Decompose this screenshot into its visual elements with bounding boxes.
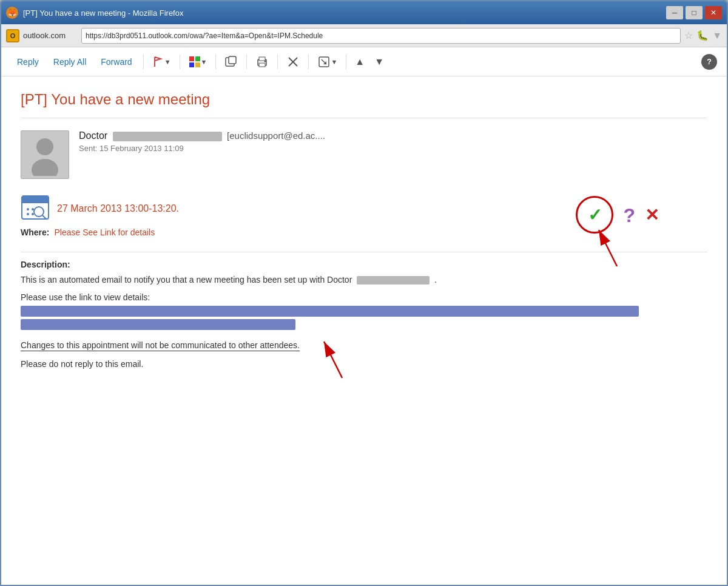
no-reply-text: Please do not reply to this email. [21, 359, 707, 369]
next-button[interactable]: ▼ [371, 54, 388, 70]
forward-button[interactable]: Forward [95, 53, 138, 70]
description-body: This is an automated email to notify you… [21, 273, 707, 286]
maximize-button[interactable]: □ [686, 6, 703, 19]
meeting-details: 27 March 2013 13:00-13:20. Where: Please… [21, 194, 576, 247]
svg-rect-7 [259, 57, 265, 61]
svg-rect-19 [22, 200, 49, 203]
svg-rect-2 [189, 62, 194, 67]
window-controls: ─ □ ✕ [666, 6, 722, 19]
svg-point-9 [265, 60, 266, 62]
svg-point-23 [32, 208, 34, 210]
email-subject: [PT] You have a new meeting [21, 91, 707, 118]
separator-4 [246, 55, 247, 69]
svg-rect-3 [195, 62, 200, 67]
svg-point-22 [27, 208, 29, 210]
separator-6 [308, 55, 309, 69]
email-toolbar: Reply Reply All Forward ▼ ▼ [1, 47, 727, 76]
accept-button[interactable]: ✓ [576, 196, 613, 234]
rsvp-area: ✓ ? ✕ [576, 194, 707, 234]
important-note-area: Changes to this appointment will not be … [21, 340, 707, 351]
where-row: Where: Please See Link for details [21, 227, 576, 237]
delete-button[interactable] [283, 53, 303, 71]
browser-window: 🦊 [PT] You have a new meeting - Mozilla … [0, 0, 728, 586]
svg-point-25 [32, 213, 34, 215]
doctor-name-blur [357, 276, 430, 285]
sender-row: Doctor [euclidsupport@ed.ac.... Sent: 15… [21, 130, 707, 179]
print-button[interactable] [252, 53, 272, 71]
annotation-wrapper: This is an automated email to notify you… [21, 273, 707, 369]
accept-icon: ✓ [588, 205, 602, 225]
separator-2 [180, 55, 180, 69]
link-label: Please use the link to view details: [21, 292, 707, 302]
sender-info: Doctor [euclidsupport@ed.ac.... Sent: 15… [79, 130, 325, 153]
email-area: [PT] You have a new meeting Doctor [eucl… [1, 76, 727, 585]
link-blur-1 [21, 306, 639, 317]
reply-all-button[interactable]: Reply All [47, 53, 92, 70]
sender-name-line: Doctor [euclidsupport@ed.ac.... [79, 130, 325, 141]
nav-arrow: ▼ [712, 30, 722, 41]
open-window-button[interactable] [221, 53, 241, 71]
help-button[interactable]: ? [701, 54, 717, 70]
svg-rect-5 [229, 56, 236, 64]
window-title: [PT] You have a new meeting - Mozilla Fi… [23, 8, 666, 18]
maybe-icon: ? [623, 204, 635, 226]
link-blur-2 [21, 319, 295, 330]
minimize-button[interactable]: ─ [666, 6, 683, 19]
move-button[interactable]: ▼ [314, 53, 341, 71]
separator-7 [346, 55, 346, 69]
email-content: [PT] You have a new meeting Doctor [eucl… [1, 76, 727, 383]
browser-icon: 🦊 [6, 7, 18, 19]
flag-button[interactable]: ▼ [149, 53, 175, 70]
sender-name-blur [113, 132, 222, 141]
addressbar: O outlook.com https://db3prd0511.outlook… [1, 24, 727, 47]
svg-point-16 [32, 159, 58, 176]
separator-1 [143, 55, 144, 69]
domain-label: outlook.com [23, 31, 78, 40]
important-note: Changes to this appointment will not be … [21, 340, 300, 351]
decline-icon: ✕ [645, 206, 659, 224]
titlebar: 🦊 [PT] You have a new meeting - Mozilla … [1, 1, 727, 24]
blurred-links [21, 306, 707, 330]
description-section: Description: This is an automated email … [21, 260, 707, 369]
reply-button[interactable]: Reply [11, 53, 45, 70]
divider-1 [21, 252, 707, 252]
meeting-time: 27 March 2013 13:00-13:20. [57, 203, 179, 214]
maybe-button[interactable]: ? [623, 202, 635, 227]
svg-rect-1 [195, 56, 200, 61]
where-label: Where: [21, 227, 49, 237]
where-link[interactable]: Please See Link for details [54, 227, 155, 237]
sender-name: Doctor [79, 130, 107, 141]
bookmark-icon[interactable]: ☆ [684, 30, 693, 41]
svg-rect-0 [189, 56, 194, 61]
svg-point-24 [27, 213, 29, 215]
extensions-icon[interactable]: 🐛 [696, 30, 709, 41]
sent-date: Sent: 15 February 2013 11:09 [79, 144, 325, 153]
separator-5 [277, 55, 278, 69]
calendar-icon [21, 194, 50, 221]
url-bar[interactable]: https://db3prd0511.outlook.com/owa/?ae=I… [81, 28, 681, 44]
prev-button[interactable]: ▲ [351, 54, 368, 70]
separator-3 [215, 55, 216, 69]
decline-button[interactable]: ✕ [645, 204, 659, 225]
description-label: Description: [21, 260, 707, 269]
close-button[interactable]: ✕ [705, 6, 722, 19]
avatar [21, 130, 69, 179]
outlook-icon: O [6, 29, 19, 42]
svg-point-15 [36, 138, 53, 155]
categories-button[interactable]: ▼ [185, 53, 211, 70]
svg-rect-8 [259, 63, 265, 67]
sender-email: [euclidsupport@ed.ac.... [227, 130, 325, 141]
